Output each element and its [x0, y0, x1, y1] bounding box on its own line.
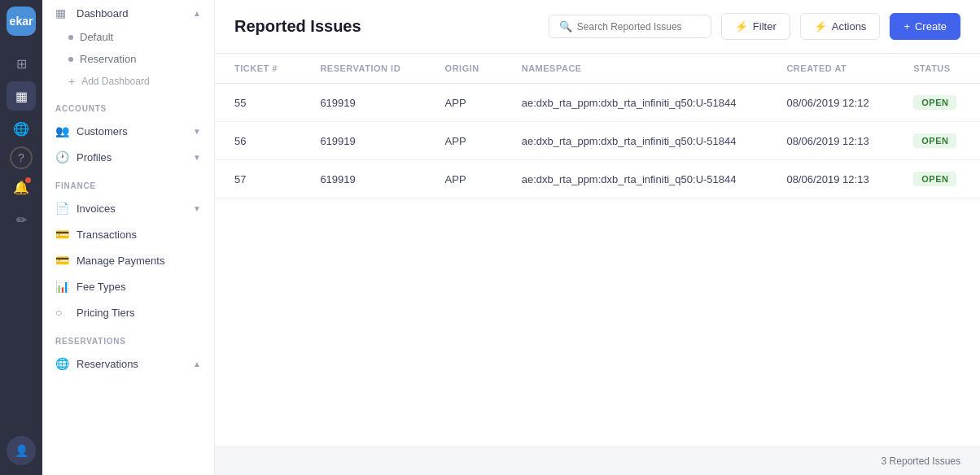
plus-icon: + [68, 75, 75, 88]
pricing-tiers-icon: ○ [55, 306, 70, 319]
filter-button[interactable]: ⚡ Filter [721, 13, 790, 40]
chevron-down-icon: ▼ [193, 153, 201, 162]
table-row[interactable]: 55 619919 APP ae:dxb_rta_ppm:dxb_rta_inf… [215, 84, 980, 122]
cell-status: OPEN [894, 84, 980, 122]
search-input[interactable] [577, 21, 701, 33]
sidebar-item-customers[interactable]: 👥 Customers ▼ [42, 118, 214, 144]
dashboard-icon: ▦ [55, 7, 70, 20]
col-created-at: CREATED AT [767, 54, 894, 84]
cell-status: OPEN [894, 122, 980, 160]
add-dashboard-label: Add Dashboard [81, 76, 149, 87]
col-status: STATUS [894, 54, 980, 84]
transactions-label: Transactions [77, 229, 201, 241]
accounts-section-header: ACCOUNTS [42, 93, 214, 118]
fee-types-label: Fee Types [77, 281, 201, 293]
dashboard-rail-icon[interactable]: ▦ [7, 81, 36, 111]
chevron-up-icon: ▲ [193, 9, 201, 18]
cell-origin: APP [426, 84, 502, 122]
status-badge: OPEN [913, 172, 956, 186]
cell-origin: APP [426, 122, 502, 160]
actions-button[interactable]: ⚡ Actions [800, 13, 881, 40]
customers-label: Customers [77, 125, 186, 137]
cell-reservation-id: 619919 [300, 160, 425, 198]
icon-rail: ekar ⊞ ▦ 🌐 ? 🔔 ✏ 👤 [0, 0, 42, 475]
invoices-icon: 📄 [55, 202, 70, 215]
sidebar-item-profiles[interactable]: 🕐 Profiles ▼ [42, 144, 214, 170]
sidebar-item-pricing-tiers[interactable]: ○ Pricing Tiers [42, 299, 214, 325]
cell-ticket: 56 [215, 122, 300, 160]
manage-payments-icon: 💳 [55, 254, 70, 267]
filter-label: Filter [753, 20, 777, 33]
cell-ticket: 57 [215, 160, 300, 198]
sidebar-reservation-dash-label: Reservation [80, 53, 136, 65]
help-icon[interactable]: ? [10, 146, 33, 169]
profiles-label: Profiles [77, 151, 186, 163]
chevron-down-icon: ▼ [193, 204, 201, 213]
sidebar-item-dashboard[interactable]: ▦ Dashboard ▲ [42, 0, 214, 26]
chevron-up-icon: ▲ [193, 360, 201, 368]
pricing-tiers-label: Pricing Tiers [77, 307, 201, 319]
col-ticket: TICKET # [215, 54, 300, 84]
customers-icon: 👥 [55, 124, 70, 137]
profiles-icon: 🕐 [55, 150, 70, 163]
main-content: Reported Issues 🔍 ⚡ Filter ⚡ Actions + C… [215, 0, 980, 475]
reservations-label: Reservations [77, 358, 186, 370]
sidebar-default-label: Default [80, 31, 113, 43]
sidebar-item-manage-payments[interactable]: 💳 Manage Payments [42, 247, 214, 273]
dot-icon [68, 35, 73, 40]
cell-status: OPEN [894, 160, 980, 198]
transactions-icon: 💳 [55, 228, 70, 241]
sidebar-item-invoices[interactable]: 📄 Invoices ▼ [42, 195, 214, 221]
plus-icon: + [903, 20, 910, 33]
table-header: TICKET # RESERVATION ID ORIGIN NAMESPACE… [215, 54, 980, 84]
status-badge: OPEN [913, 95, 956, 110]
filter-icon: ⚡ [735, 20, 748, 33]
edit-icon[interactable]: ✏ [7, 205, 36, 234]
table-container: TICKET # RESERVATION ID ORIGIN NAMESPACE… [215, 54, 980, 447]
rail-bottom: 👤 [7, 436, 36, 475]
manage-payments-label: Manage Payments [77, 255, 201, 267]
search-box[interactable]: 🔍 [549, 15, 711, 38]
cell-created-at: 08/06/2019 12:13 [767, 160, 894, 198]
reservations-icon: 🌐 [55, 357, 70, 370]
user-avatar[interactable]: 👤 [7, 436, 36, 465]
status-badge: OPEN [913, 133, 956, 148]
table-row[interactable]: 57 619919 APP ae:dxb_rta_ppm:dxb_rta_inf… [215, 160, 980, 198]
sidebar: ▦ Dashboard ▲ Default Reservation + Add … [42, 0, 215, 475]
actions-icon: ⚡ [814, 20, 827, 33]
sidebar-item-default[interactable]: Default [42, 26, 214, 48]
page-title: Reported Issues [234, 17, 539, 36]
col-namespace: NAMESPACE [502, 54, 768, 84]
table-row[interactable]: 56 619919 APP ae:dxb_rta_ppm:dxb_rta_inf… [215, 122, 980, 160]
cell-reservation-id: 619919 [300, 84, 425, 122]
col-reservation-id: RESERVATION ID [300, 54, 425, 84]
main-header: Reported Issues 🔍 ⚡ Filter ⚡ Actions + C… [215, 0, 980, 54]
sidebar-item-reservation-dash[interactable]: Reservation [42, 48, 214, 70]
result-count: 3 Reported Issues [882, 455, 960, 467]
sidebar-item-reservations[interactable]: 🌐 Reservations ▲ [42, 351, 214, 377]
actions-label: Actions [832, 20, 867, 33]
finance-section-header: FINANCE [42, 170, 214, 195]
app-logo: ekar [7, 7, 36, 36]
cell-reservation-id: 619919 [300, 122, 425, 160]
grid-icon[interactable]: ⊞ [7, 49, 36, 78]
notification-icon[interactable]: 🔔 [7, 172, 36, 202]
sidebar-item-transactions[interactable]: 💳 Transactions [42, 221, 214, 247]
globe-icon[interactable]: 🌐 [7, 114, 36, 143]
cell-created-at: 08/06/2019 12:12 [767, 84, 894, 122]
create-label: Create [915, 20, 947, 33]
cell-namespace: ae:dxb_rta_ppm:dxb_rta_infiniti_q50:U-51… [502, 84, 768, 122]
fee-types-icon: 📊 [55, 280, 70, 293]
cell-origin: APP [426, 160, 502, 198]
create-button[interactable]: + Create [890, 13, 960, 40]
sidebar-item-fee-types[interactable]: 📊 Fee Types [42, 273, 214, 299]
sidebar-dashboard-label: Dashboard [77, 7, 186, 20]
table-body: 55 619919 APP ae:dxb_rta_ppm:dxb_rta_inf… [215, 84, 980, 198]
main-footer: 3 Reported Issues [215, 447, 980, 475]
issues-table: TICKET # RESERVATION ID ORIGIN NAMESPACE… [215, 54, 980, 198]
chevron-down-icon: ▼ [193, 127, 201, 136]
sidebar-add-dashboard[interactable]: + Add Dashboard [42, 70, 214, 93]
reservations-section-header: RESERVATIONS [42, 325, 214, 351]
col-origin: ORIGIN [426, 54, 502, 84]
cell-created-at: 08/06/2019 12:13 [767, 122, 894, 160]
